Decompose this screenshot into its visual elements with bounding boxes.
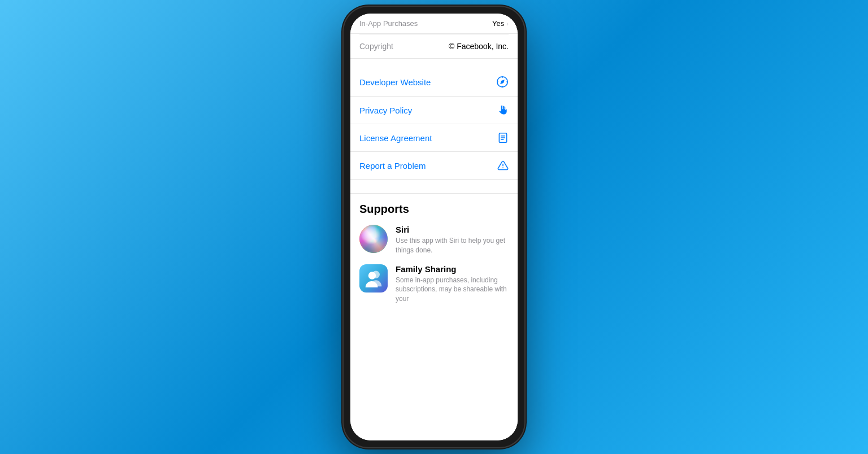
developer-website-row[interactable]: Developer Website (350, 68, 518, 97)
family-sharing-text: Family Sharing Some in-app purchases, in… (396, 264, 509, 304)
compass-icon (496, 76, 509, 88)
family-sharing-description: Some in-app purchases, including subscri… (396, 276, 509, 304)
privacy-policy-label: Privacy Policy (359, 106, 412, 115)
copyright-value: © Facebook, Inc. (449, 42, 509, 51)
report-problem-label: Report a Problem (359, 161, 426, 171)
developer-website-label: Developer Website (359, 77, 431, 87)
privacy-policy-row[interactable]: Privacy Policy (350, 97, 518, 124)
siri-feature-item: Siri Use this app with Siri to help you … (359, 225, 509, 264)
copyright-row: Copyright © Facebook, Inc. (350, 34, 518, 59)
in-app-purchases-value: Yes › (492, 19, 509, 28)
screen: In-App Purchases Yes › Copyright © Faceb… (350, 14, 518, 440)
in-app-purchases-label: In-App Purchases (359, 19, 418, 28)
scroll-content: In-App Purchases Yes › Copyright © Faceb… (350, 14, 518, 440)
siri-description: Use this app with Siri to help you get t… (396, 236, 509, 255)
section-gap (350, 180, 518, 193)
svg-point-13 (368, 272, 376, 279)
in-app-purchases-row[interactable]: In-App Purchases Yes › (350, 14, 518, 34)
license-agreement-label: License Agreement (359, 133, 432, 143)
family-sharing-feature-item: Family Sharing Some in-app purchases, in… (359, 264, 509, 313)
document-icon (497, 132, 509, 143)
supports-section: Supports Siri Use this app with Siri to … (350, 194, 518, 313)
spacer (350, 59, 518, 68)
report-problem-row[interactable]: Report a Problem (350, 152, 518, 180)
siri-text: Siri Use this app with Siri to help you … (396, 225, 509, 255)
supports-title: Supports (359, 203, 509, 216)
phone-wrapper: In-App Purchases Yes › Copyright © Faceb… (338, 0, 530, 454)
copyright-label: Copyright (359, 42, 393, 51)
phone-frame: In-App Purchases Yes › Copyright © Faceb… (344, 7, 524, 447)
family-sharing-name: Family Sharing (396, 264, 509, 274)
warning-icon (497, 160, 509, 171)
license-agreement-row[interactable]: License Agreement (350, 124, 518, 152)
siri-icon (359, 225, 388, 253)
svg-marker-5 (500, 80, 505, 84)
hand-icon (497, 104, 509, 116)
siri-name: Siri (396, 225, 509, 234)
family-sharing-icon (359, 264, 388, 293)
chevron-icon: › (506, 20, 509, 27)
